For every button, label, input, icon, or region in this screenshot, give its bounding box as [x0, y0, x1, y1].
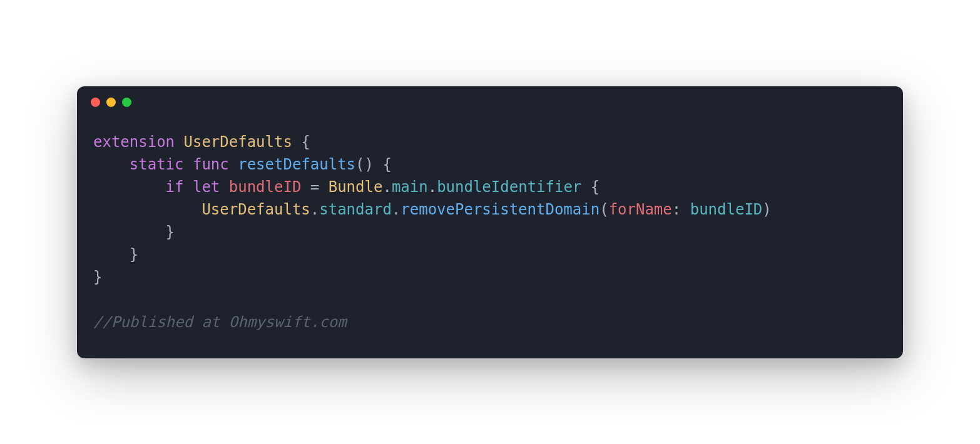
brace-close: }: [93, 268, 102, 286]
dot: .: [428, 178, 437, 196]
param-forname: forName: [609, 201, 672, 218]
function-resetdefaults: resetDefaults: [238, 156, 355, 173]
keyword-static: static: [130, 156, 184, 173]
keyword-if: if: [166, 178, 184, 196]
code-line-7: }: [93, 268, 102, 286]
maximize-icon[interactable]: [122, 98, 131, 107]
indent: [93, 246, 130, 263]
code-window: extension UserDefaults { static func res…: [77, 86, 903, 358]
class-bundle: Bundle: [329, 178, 383, 196]
property-bundleidentifier: bundleIdentifier: [437, 178, 581, 196]
comment-attribution: //Published at Ohmyswift.com: [93, 313, 347, 331]
code-line-5: }: [93, 223, 175, 241]
dot: .: [382, 178, 391, 196]
colon: :: [672, 201, 690, 218]
argument-bundleid: bundleID: [690, 201, 763, 218]
code-editor: extension UserDefaults { static func res…: [77, 112, 903, 358]
code-line-2: static func resetDefaults() {: [93, 156, 392, 173]
indent: [93, 223, 166, 241]
minimize-icon[interactable]: [106, 98, 116, 107]
indent: [93, 201, 202, 218]
code-line-4: UserDefaults.standard.removePersistentDo…: [93, 201, 772, 218]
dot: .: [310, 201, 319, 218]
brace-close: }: [130, 246, 138, 263]
keyword-extension: extension: [93, 133, 175, 151]
paren-close: ): [762, 201, 771, 218]
paren-open: (: [600, 201, 608, 218]
property-standard: standard: [319, 201, 392, 218]
dot: .: [392, 201, 401, 218]
keyword-let: let: [193, 178, 220, 196]
keyword-func: func: [193, 156, 229, 173]
class-userdefaults: UserDefaults: [202, 201, 310, 218]
indent: [93, 156, 130, 173]
code-line-3: if let bundleID = Bundle.main.bundleIden…: [93, 178, 600, 196]
equals: =: [301, 178, 328, 196]
method-removepersistentdomain: removePersistentDomain: [401, 201, 600, 218]
window-titlebar: [77, 86, 903, 112]
parens-brace: () {: [355, 156, 392, 173]
brace-open: {: [581, 178, 600, 196]
property-main: main: [392, 178, 428, 196]
code-line-6: }: [93, 246, 138, 263]
class-userdefaults: UserDefaults: [184, 133, 292, 151]
variable-bundleid: bundleID: [229, 178, 302, 196]
code-line-1: extension UserDefaults {: [93, 133, 310, 151]
indent: [93, 178, 166, 196]
brace-close: }: [166, 223, 175, 241]
brace-open: {: [292, 133, 310, 151]
close-icon[interactable]: [91, 98, 100, 107]
